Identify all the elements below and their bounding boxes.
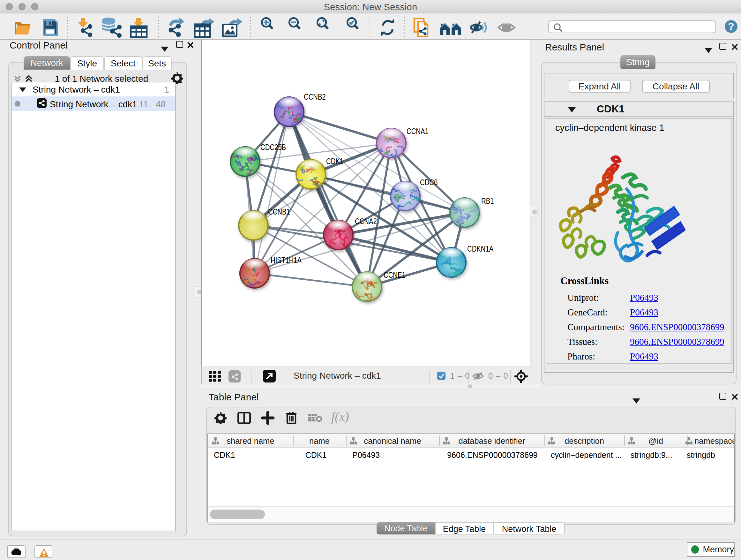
svg-text:?: ?	[728, 21, 734, 32]
